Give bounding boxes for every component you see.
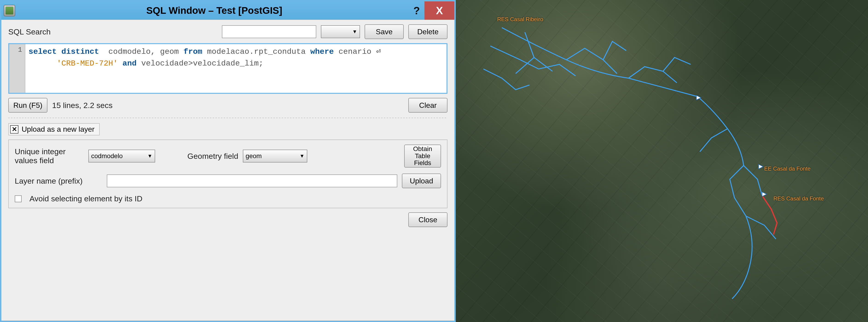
sql-search-dropdown[interactable]: ▼ bbox=[321, 25, 360, 38]
svg-marker-1 bbox=[759, 164, 763, 169]
titlebar: SQL Window – Test [PostGIS] ? X bbox=[1, 1, 454, 20]
window-title: SQL Window – Test [PostGIS] bbox=[15, 5, 413, 16]
divider bbox=[8, 118, 447, 118]
obtain-fields-button[interactable]: Obtain Table Fields bbox=[404, 145, 441, 168]
geom-field-label: Geometry field bbox=[187, 152, 238, 160]
upload-button[interactable]: Upload bbox=[402, 174, 441, 188]
geom-field-dropdown[interactable]: geom ▼ bbox=[243, 150, 307, 163]
sql-search-input[interactable] bbox=[222, 25, 316, 38]
run-row: Run (F5) 15 lines, 2.2 secs Clear bbox=[8, 98, 447, 113]
window-body: SQL Search ▼ Save Delete 1 select distin… bbox=[1, 20, 454, 321]
map-label-res-fonte: RES Casal da Fonte bbox=[773, 195, 824, 202]
uid-field-dropdown[interactable]: codmodelo ▼ bbox=[88, 150, 155, 163]
geom-field-value: geom bbox=[246, 152, 262, 160]
chevron-down-icon: ▼ bbox=[352, 29, 357, 35]
upload-section-header: ✕ Upload as a new layer bbox=[8, 123, 100, 135]
layer-prefix-label: Layer name (prefix) bbox=[15, 177, 102, 185]
sql-window: SQL Window – Test [PostGIS] ? X SQL Sear… bbox=[0, 0, 456, 322]
upload-panel: Unique integer values field codmodelo ▼ … bbox=[8, 140, 447, 208]
line-number: 1 bbox=[9, 46, 22, 54]
layer-prefix-input[interactable] bbox=[107, 174, 397, 187]
map-label-res-ribeiro: RES Casal Ribeiro bbox=[497, 16, 543, 23]
map-canvas[interactable]: RES Casal Ribeiro EE Casal da Fonte RES … bbox=[456, 0, 868, 322]
run-button[interactable]: Run (F5) bbox=[8, 98, 48, 113]
svg-marker-2 bbox=[762, 192, 767, 196]
close-icon[interactable]: ✕ bbox=[10, 125, 19, 134]
line-gutter: 1 bbox=[9, 44, 25, 93]
clear-button[interactable]: Clear bbox=[408, 98, 447, 113]
delete-button[interactable]: Delete bbox=[408, 24, 447, 39]
chevron-down-icon: ▼ bbox=[300, 153, 305, 159]
avoid-id-label: Avoid selecting element by its ID bbox=[29, 194, 143, 203]
help-icon[interactable]: ? bbox=[413, 4, 420, 17]
chevron-down-icon: ▼ bbox=[147, 153, 152, 159]
database-icon bbox=[4, 5, 15, 16]
save-button[interactable]: Save bbox=[365, 24, 404, 39]
search-row: SQL Search ▼ Save Delete bbox=[8, 24, 447, 39]
close-window-button[interactable]: X bbox=[425, 1, 454, 20]
uid-field-label: Unique integer values field bbox=[15, 147, 84, 165]
upload-section-title: Upload as a new layer bbox=[22, 125, 95, 134]
uid-field-value: codmodelo bbox=[91, 152, 123, 160]
pipe-network-overlay bbox=[456, 0, 868, 322]
run-status: 15 lines, 2.2 secs bbox=[52, 101, 113, 110]
sql-text[interactable]: select distinct codmodelo, geom from mod… bbox=[25, 44, 446, 93]
sql-editor[interactable]: 1 select distinct codmodelo, geom from m… bbox=[8, 43, 447, 94]
sql-search-label: SQL Search bbox=[8, 27, 78, 36]
map-label-ee-fonte: EE Casal da Fonte bbox=[764, 166, 810, 172]
close-button[interactable]: Close bbox=[408, 212, 447, 227]
avoid-id-checkbox[interactable] bbox=[15, 195, 22, 202]
